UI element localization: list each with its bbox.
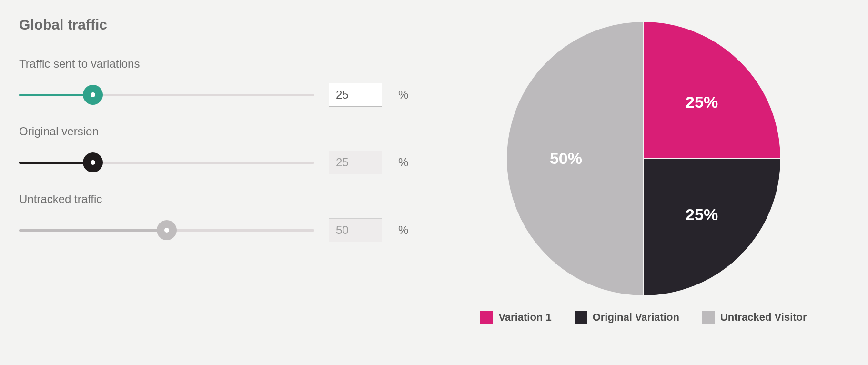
traffic-controls-panel: Global traffic Traffic sent to variation…	[19, 17, 410, 348]
original-slider[interactable]	[19, 152, 314, 173]
pie-slice-label: 50%	[550, 149, 582, 168]
slider-group-untracked: Untracked traffic %	[19, 193, 410, 242]
traffic-pie-chart: 25%25%50%	[505, 20, 782, 297]
chart-legend: Variation 1Original VariationUntracked V…	[480, 311, 807, 324]
legend-label: Variation 1	[498, 311, 551, 324]
section-title: Global traffic	[19, 17, 410, 36]
slider-label: Original version	[19, 125, 410, 138]
untracked-slider[interactable]	[19, 220, 314, 241]
unit-label: %	[398, 156, 408, 169]
variations-slider[interactable]	[19, 84, 314, 105]
chart-panel: 25%25%50% Variation 1Original VariationU…	[438, 17, 849, 348]
pie-svg	[505, 20, 782, 297]
variations-value-input[interactable]	[329, 83, 382, 107]
original-value-input	[329, 151, 382, 174]
slider-thumb[interactable]	[83, 152, 103, 172]
untracked-value-input	[329, 218, 382, 242]
legend-swatch	[702, 311, 715, 324]
slider-group-original: Original version %	[19, 125, 410, 174]
pie-slice-label: 25%	[686, 93, 718, 112]
unit-label: %	[398, 88, 408, 101]
slider-label: Traffic sent to variations	[19, 57, 410, 71]
legend-label: Untracked Visitor	[720, 311, 807, 324]
legend-item: Original Variation	[575, 311, 679, 324]
legend-swatch	[480, 311, 493, 324]
slider-group-variations: Traffic sent to variations %	[19, 57, 410, 107]
legend-item: Variation 1	[480, 311, 551, 324]
legend-swatch	[575, 311, 587, 324]
legend-label: Original Variation	[593, 311, 679, 324]
slider-label: Untracked traffic	[19, 193, 410, 206]
slider-thumb[interactable]	[83, 85, 103, 105]
pie-slice-label: 25%	[686, 205, 718, 224]
unit-label: %	[398, 223, 408, 237]
legend-item: Untracked Visitor	[702, 311, 807, 324]
slider-thumb[interactable]	[157, 220, 177, 240]
